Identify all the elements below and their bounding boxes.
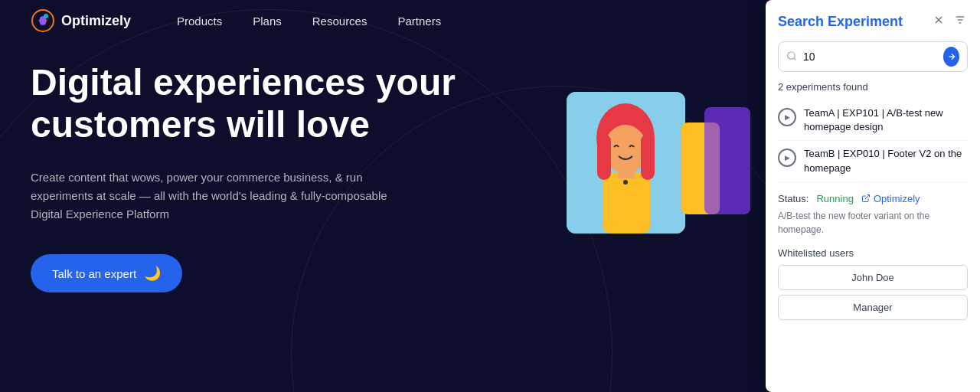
filter-icon xyxy=(954,14,966,26)
search-go-button[interactable] xyxy=(943,47,959,67)
panel-header-icons xyxy=(931,12,968,31)
hero-photo-card xyxy=(567,92,685,234)
user-item-1[interactable]: John Doe xyxy=(778,265,968,290)
logo-icon xyxy=(31,8,55,33)
svg-rect-11 xyxy=(641,134,655,180)
experiment-name-1: TeamA | EXP101 | A/B-test new homepage d… xyxy=(804,106,968,134)
svg-rect-10 xyxy=(597,134,611,180)
whitelisted-title: Whitelisted users xyxy=(778,247,968,259)
search-bar xyxy=(778,41,968,72)
user-item-2[interactable]: Manager xyxy=(778,295,968,320)
hero-section: Digital experiences your customers will … xyxy=(31,61,490,292)
svg-point-1 xyxy=(44,14,48,18)
logo-text: Optimizely xyxy=(61,13,131,29)
cta-label: Talk to an expert xyxy=(52,267,136,280)
svg-point-9 xyxy=(623,180,628,185)
experiment-item-2[interactable]: ▶ TeamB | EXP010 | Footer V2 on the home… xyxy=(778,141,968,181)
play-button-2[interactable]: ▶ xyxy=(778,149,796,167)
external-link-icon xyxy=(861,194,871,203)
nav-products[interactable]: Products xyxy=(177,15,222,28)
experiment-name-2: TeamB | EXP010 | Footer V2 on the homepa… xyxy=(804,147,968,175)
panel-header: Search Experiment xyxy=(778,12,968,31)
experiment-search-input[interactable] xyxy=(803,51,937,63)
nav-links: Products Plans Resources Partners xyxy=(177,15,866,28)
play-button-1[interactable]: ▶ xyxy=(778,108,796,126)
search-icon xyxy=(786,51,797,64)
optimizely-link[interactable]: Optimizely xyxy=(861,193,920,204)
nav-plans[interactable]: Plans xyxy=(253,15,282,28)
status-label: Status: xyxy=(778,193,808,204)
filter-panel-button[interactable] xyxy=(952,12,968,31)
svg-line-20 xyxy=(865,195,870,200)
nav-resources[interactable]: Resources xyxy=(312,15,368,28)
photo-container xyxy=(513,46,743,352)
person-illustration xyxy=(567,92,685,234)
status-section: Status: Running Optimizely A/B-test the … xyxy=(778,193,968,237)
experiment-item-1[interactable]: ▶ TeamA | EXP101 | A/B-test new homepage… xyxy=(778,100,968,141)
optimizely-label: Optimizely xyxy=(874,193,920,204)
nav-partners[interactable]: Partners xyxy=(397,15,441,28)
status-badge: Running xyxy=(816,193,853,204)
cta-emoji: 🌙 xyxy=(144,265,161,282)
logo[interactable]: Optimizely xyxy=(31,8,131,33)
talk-to-expert-button[interactable]: Talk to an expert 🌙 xyxy=(31,254,182,292)
status-description: A/B-test the new footer variant on the h… xyxy=(778,209,968,237)
results-count: 2 experiments found xyxy=(778,81,968,93)
search-experiment-panel: Search Experiment 2 xyxy=(766,0,980,392)
status-row: Status: Running Optimizely xyxy=(778,193,968,204)
hero-subtitle: Create content that wows, power your com… xyxy=(31,168,413,224)
panel-title: Search Experiment xyxy=(778,14,903,30)
close-panel-button[interactable] xyxy=(931,12,946,31)
purple-accent-card xyxy=(704,107,750,214)
arrow-right-icon xyxy=(947,52,956,61)
hero-title: Digital experiences your customers will … xyxy=(31,61,490,145)
svg-point-17 xyxy=(788,51,795,58)
person-photo xyxy=(567,92,685,234)
svg-rect-8 xyxy=(618,171,635,178)
svg-line-18 xyxy=(794,57,796,60)
close-icon xyxy=(933,14,945,26)
